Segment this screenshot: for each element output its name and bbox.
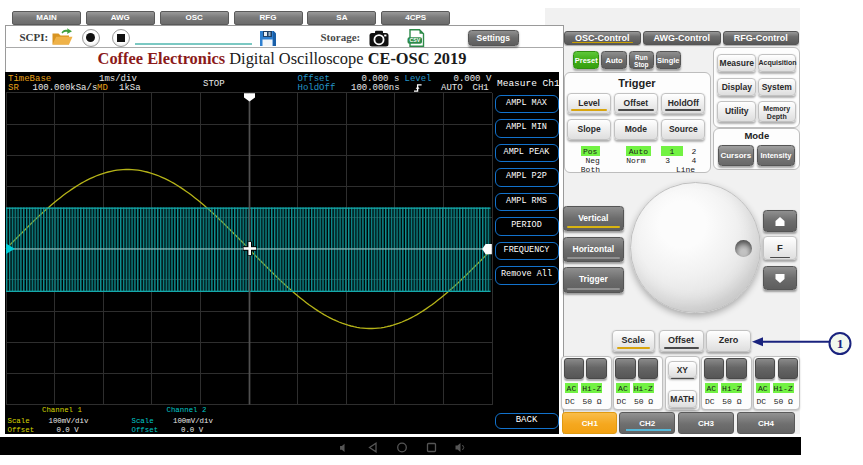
svg-text:1: 1 bbox=[837, 336, 844, 351]
svg-text:CSV: CSV bbox=[409, 37, 420, 43]
